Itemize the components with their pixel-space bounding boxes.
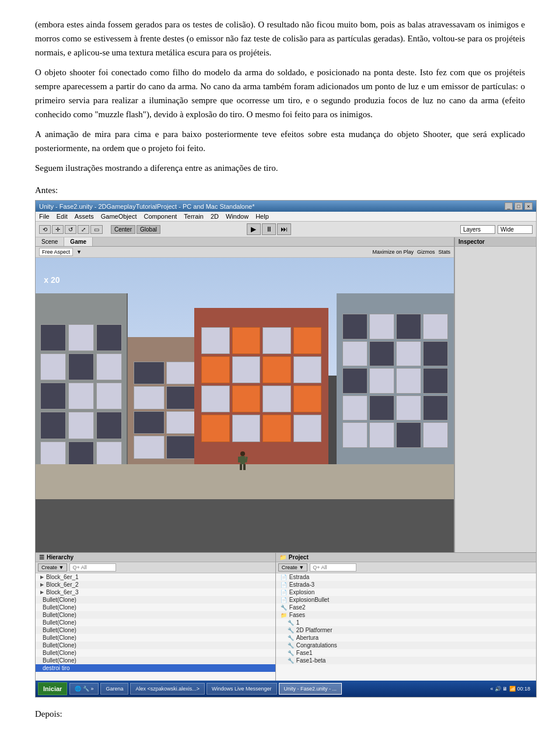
window xyxy=(369,314,394,339)
list-item[interactable]: Bullet(Clone) xyxy=(36,626,275,634)
project-item-name: Congratulations xyxy=(296,642,337,649)
maximize-on-play[interactable]: Maximize on Play xyxy=(372,249,414,255)
menu-file[interactable]: File xyxy=(39,213,50,220)
project-create-btn[interactable]: Create ▼ xyxy=(278,563,307,572)
list-item-name: Bullet(Clone) xyxy=(43,597,76,603)
list-item[interactable]: ▶Block_6er_3 xyxy=(36,588,275,596)
list-item[interactable]: Bullet(Clone) xyxy=(36,596,275,604)
window xyxy=(134,362,164,384)
list-item[interactable]: 🔧Fase1-beta xyxy=(276,657,536,664)
window xyxy=(232,327,261,354)
list-item[interactable]: 📄ExplosionBullet xyxy=(276,596,536,604)
svg-rect-1 xyxy=(240,456,245,464)
list-item[interactable]: 🔧Abertura xyxy=(276,634,536,642)
window xyxy=(166,362,197,384)
window xyxy=(396,395,421,421)
layers-dropdown[interactable]: Layers xyxy=(460,225,495,234)
window xyxy=(134,436,164,458)
svg-point-0 xyxy=(240,451,245,456)
list-item[interactable]: Bullet(Clone) xyxy=(36,642,275,649)
road xyxy=(36,499,454,552)
play-button[interactable]: ▶ xyxy=(247,223,261,235)
taskbar-item[interactable]: Windows Live Messenger xyxy=(206,683,277,695)
window xyxy=(369,341,394,367)
wide-dropdown[interactable]: Wide xyxy=(498,225,533,234)
menu-help[interactable]: Help xyxy=(256,213,269,220)
taskbar-item[interactable]: Unity - Fase2.unity - ... xyxy=(279,683,342,695)
window xyxy=(96,353,122,380)
project-item-name: Fase1-beta xyxy=(296,657,326,664)
project-icon-item: 📄 xyxy=(281,590,287,595)
taskbar-item[interactable]: Alex <szpakowski.alexis...> xyxy=(130,683,205,695)
list-item[interactable]: Bullet(Clone) xyxy=(36,634,275,642)
tool-w[interactable]: ✛ xyxy=(52,225,64,234)
window xyxy=(201,327,230,354)
pause-button[interactable]: ⏸ xyxy=(262,223,276,235)
soldier-figure xyxy=(236,451,249,470)
score-value: x 20 xyxy=(44,275,60,285)
project-icon-item: 📄 xyxy=(281,574,287,580)
list-item[interactable]: destroi tiro xyxy=(36,664,275,672)
window xyxy=(262,415,291,441)
unity-title: Unity - Fase2.unity - 2DGameplayTutorial… xyxy=(39,203,254,210)
scene-tab[interactable]: Scene xyxy=(36,237,64,246)
list-item[interactable]: 📄Explosion xyxy=(276,588,536,596)
menu-gameobject[interactable]: GameObject xyxy=(101,213,137,220)
project-icon-item: 📄 xyxy=(281,597,287,603)
taskbar-item[interactable]: 🌐 🔧 » xyxy=(69,683,99,695)
paragraph-1: (embora estes ainda fossem gerados para … xyxy=(35,20,525,57)
list-item[interactable]: Bullet(Clone) xyxy=(36,649,275,657)
list-item-name: Block_6er_1 xyxy=(46,574,79,580)
minimize-button[interactable]: _ xyxy=(505,202,513,210)
taskbar-item[interactable]: Garena xyxy=(100,683,128,695)
gizmos-btn[interactable]: Gizmos xyxy=(417,249,435,255)
stats-btn[interactable]: Stats xyxy=(438,249,450,255)
unity-bottom-panels: ☰ Hierarchy Create ▼ ▶Block_6er_1▶Block_… xyxy=(36,552,536,681)
depois-label: Depois: xyxy=(35,709,525,719)
aspect-dropdown[interactable]: Free Aspect xyxy=(39,248,73,256)
unity-menubar: File Edit Assets GameObject Component Te… xyxy=(36,212,536,222)
maximize-button[interactable]: □ xyxy=(514,202,523,210)
list-item[interactable]: 🔧Congratulations xyxy=(276,642,536,649)
menu-2d[interactable]: 2D xyxy=(211,213,219,220)
close-button[interactable]: × xyxy=(524,202,533,210)
project-icon-item: 📄 xyxy=(281,582,287,588)
menu-component[interactable]: Component xyxy=(144,213,177,220)
menu-window[interactable]: Window xyxy=(226,213,249,220)
hierarchy-search[interactable] xyxy=(69,563,116,572)
tool-q[interactable]: ⟲ xyxy=(39,225,51,234)
list-item[interactable]: 📁Fases xyxy=(276,611,536,619)
list-item[interactable]: 📄Estrada xyxy=(276,573,536,581)
project-header: 📁 Project xyxy=(276,553,536,562)
menu-edit[interactable]: Edit xyxy=(57,213,68,220)
window xyxy=(201,356,230,383)
list-item[interactable]: Bullet(Clone) xyxy=(36,619,275,626)
list-item[interactable]: ▶Block_6er_2 xyxy=(36,581,275,588)
list-item[interactable]: 🔧1 xyxy=(276,619,536,626)
project-icon-item: 🔧 xyxy=(288,620,294,626)
global-button[interactable]: Global xyxy=(136,225,160,234)
start-button[interactable]: Iniciar xyxy=(38,682,67,695)
list-item[interactable]: 🔧Fase1 xyxy=(276,649,536,657)
list-item[interactable]: 🔧Fase2 xyxy=(276,604,536,611)
menu-assets[interactable]: Assets xyxy=(75,213,94,220)
tool-r[interactable]: ⤢ xyxy=(78,225,89,234)
tool-e[interactable]: ↺ xyxy=(65,225,76,234)
list-item[interactable]: Bullet(Clone) xyxy=(36,604,275,611)
list-item[interactable]: ▶Block_6er_1 xyxy=(36,573,275,581)
menu-terrain[interactable]: Terrain xyxy=(184,213,204,220)
taskbar-items: 🌐 🔧 »GarenaAlex <szpakowski.alexis...>Wi… xyxy=(69,683,484,695)
tool-t[interactable]: ▭ xyxy=(90,225,103,234)
window xyxy=(201,385,230,412)
game-tab[interactable]: Game xyxy=(64,237,93,246)
step-button[interactable]: ⏭ xyxy=(277,223,291,235)
list-item[interactable]: Bullet(Clone) xyxy=(36,611,275,619)
hierarchy-create-btn[interactable]: Create ▼ xyxy=(38,563,67,572)
list-item[interactable]: 🔧2D Platformer xyxy=(276,626,536,634)
window xyxy=(293,327,322,354)
list-item[interactable]: Bullet(Clone) xyxy=(36,657,275,664)
list-item-name: Bullet(Clone) xyxy=(43,635,76,641)
project-search[interactable] xyxy=(310,563,356,572)
list-item[interactable]: 📄Estrada-3 xyxy=(276,581,536,588)
center-button[interactable]: Center xyxy=(111,225,135,234)
